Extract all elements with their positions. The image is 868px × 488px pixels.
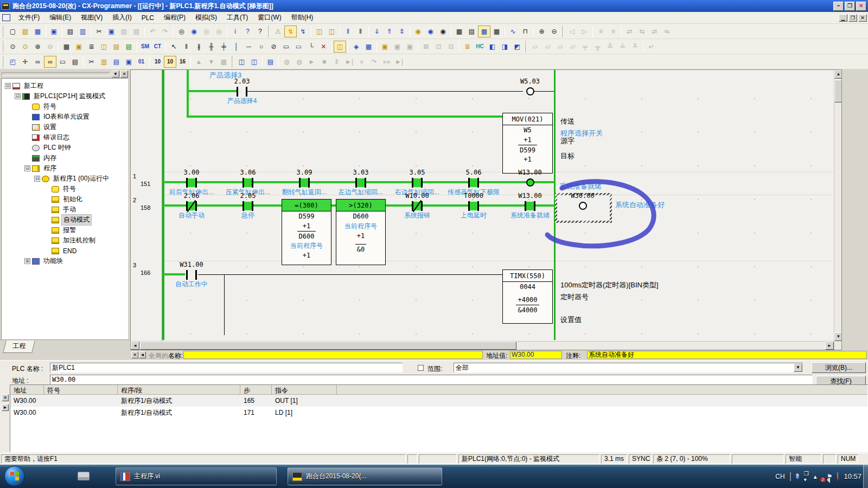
pause-icon[interactable]: ‖	[354, 25, 367, 37]
transfer-from-plc-icon[interactable]: ◫	[326, 25, 338, 37]
sim-comment-icon[interactable]: ▤	[264, 56, 277, 68]
stop-mode-icon[interactable]: ◉	[437, 25, 449, 37]
download-icon[interactable]: ⇓	[371, 25, 383, 37]
plc-name-field[interactable]: 新PLC1	[50, 363, 403, 373]
print-icon[interactable]: ▤	[64, 25, 76, 37]
instruction-greater-than[interactable]: >(320) D600 当前程序号 +1 &0	[336, 199, 386, 265]
sim-play-icon[interactable]: ►	[305, 56, 318, 68]
cross-reference-icon[interactable]: ✂	[85, 56, 98, 68]
tree-close-button[interactable]: ✕	[120, 70, 128, 78]
sim-window2-icon[interactable]: ◫	[248, 56, 260, 68]
rail-5-icon[interactable]: ╨	[629, 41, 641, 53]
go-minus-icon[interactable]: ⊟	[445, 41, 457, 53]
minimize-button[interactable]: –	[833, 2, 844, 11]
compare-4-icon[interactable]: ⇋	[661, 25, 673, 37]
auto-online-icon[interactable]: ↯	[297, 25, 309, 37]
toolbar-grip[interactable]	[525, 41, 527, 53]
tree-item-manual[interactable]: 手动	[2, 204, 127, 215]
findpanel-expand-button[interactable]: ►	[2, 404, 9, 411]
edit-release-icon[interactable]: ▣	[404, 41, 416, 53]
monitor-mode-icon[interactable]: ◉	[424, 25, 437, 37]
instruction-icon[interactable]: ▭	[280, 41, 292, 53]
pou-2-icon[interactable]: ▱	[541, 41, 554, 53]
header-instruction[interactable]: 指令	[272, 385, 337, 394]
tree-item-io-table[interactable]: IO表和单元设置	[2, 112, 127, 122]
save-icon[interactable]: ▦	[31, 25, 44, 37]
tree-item-error-log[interactable]: 错误日志	[2, 132, 127, 143]
online-edit-icon[interactable]: ◈	[350, 41, 362, 53]
upload-icon[interactable]: ⇑	[383, 25, 395, 37]
indent-right-icon[interactable]: ▷	[578, 25, 591, 37]
work-online-icon[interactable]: ↯	[284, 25, 297, 37]
zoom-fit-icon[interactable]: ⊙	[7, 41, 19, 53]
contact-no-icon[interactable]: ‖	[180, 41, 193, 53]
taskbar-button-labview[interactable]: 主程序.vi	[116, 467, 277, 485]
sim-step-icon[interactable]: ►|	[343, 56, 355, 68]
toolbar-grip[interactable]	[2, 41, 4, 53]
align-list-icon[interactable]: ≡	[595, 25, 607, 37]
tree-item-symbols[interactable]: 符号	[2, 101, 127, 112]
contact-3.09[interactable]: 3.09 翻转气缸返回...	[276, 169, 333, 197]
tree-item-auto-mode[interactable]: 自动模式	[2, 215, 127, 225]
binary-monitor-icon[interactable]: 01	[135, 56, 148, 68]
zoom-region-icon[interactable]: ⊙	[19, 41, 31, 53]
copy-icon[interactable]: ▣	[105, 25, 118, 37]
output-window-icon[interactable]: ▭	[56, 56, 69, 68]
zoom-in-icon[interactable]: ⊕	[31, 41, 44, 53]
vertical-line-icon[interactable]: │	[230, 41, 242, 53]
table-row[interactable]: W30.00 新程序1/自动模式 171 LD [1]	[10, 407, 867, 419]
vertical-scrollbar[interactable]	[834, 70, 842, 350]
contact-nc-icon[interactable]: ∦	[193, 41, 205, 53]
help-tray-icon[interactable]: ?	[796, 472, 799, 480]
close-button[interactable]: ✕	[856, 2, 866, 11]
print-preview-icon[interactable]: ▥	[76, 25, 89, 37]
rung-wrap-icon[interactable]: ◫	[98, 41, 110, 53]
scope-checkbox[interactable]	[418, 365, 424, 371]
edit-accept-icon[interactable]: ▣	[379, 41, 391, 53]
tree-item-prog-symbols[interactable]: 符号	[2, 184, 127, 194]
ct-icon[interactable]: CT	[151, 41, 164, 53]
maximize-button[interactable]: ❐	[845, 2, 855, 11]
comment-value-field[interactable]: 系统自动准备好	[587, 351, 867, 359]
ladder-style-icon[interactable]: ▤	[110, 41, 123, 53]
contact-3.03[interactable]: 3.03 左边气缸缩回...	[333, 169, 389, 197]
compare-2-icon[interactable]: ⇆	[636, 25, 648, 37]
tree-item-function-blocks[interactable]: ⊞ 功能块	[2, 256, 127, 266]
input-language-indicator[interactable]: CH	[775, 473, 784, 480]
coil-icon[interactable]: ○	[255, 41, 267, 53]
go-offline-icon[interactable]: ⊠	[420, 41, 432, 53]
replace-icon[interactable]: ◉	[188, 25, 200, 37]
force-reset-icon[interactable]: ⊖	[548, 25, 560, 37]
window-x-icon[interactable]: ◨	[499, 41, 511, 53]
compare-1-icon[interactable]: ⇄	[623, 25, 636, 37]
trace-icon[interactable]: ▩	[218, 56, 230, 68]
sim-ff-icon[interactable]: »»	[380, 56, 393, 68]
instruction-mov[interactable]: MOV(021) W5 +1 D599 +1	[502, 113, 553, 174]
zoom-out-icon[interactable]: ⊖	[44, 41, 56, 53]
mdi-minimize-button[interactable]: ▁	[839, 14, 847, 22]
menu-tools[interactable]: 工具(T)	[222, 11, 253, 24]
compare-3-icon[interactable]: ⇄	[648, 25, 661, 37]
or-contact-no-icon[interactable]: ╫	[205, 41, 218, 53]
tab-project[interactable]: 工程	[3, 341, 35, 353]
open-file-icon[interactable]: ▧	[19, 25, 31, 37]
change-all-icon[interactable]: ◎	[213, 25, 225, 37]
scroll-down-button[interactable]: ▼	[834, 332, 842, 341]
edit-cancel-icon[interactable]: ▣	[391, 41, 404, 53]
rail-2-icon[interactable]: ╦	[591, 41, 604, 53]
toolbar-grip[interactable]	[561, 25, 564, 37]
contact-2.06-nc[interactable]: 2.06 自动手动	[163, 192, 220, 220]
menu-window[interactable]: 窗口(W)	[253, 11, 286, 24]
go-check-icon[interactable]: ⊡	[432, 41, 445, 53]
rail-1-icon[interactable]: ╤	[579, 41, 591, 53]
paste-special-icon[interactable]: ▤	[130, 25, 143, 37]
sma-icon[interactable]: SM	[139, 41, 151, 53]
browse-button[interactable]: 浏览(B)...	[812, 362, 866, 373]
info-icon[interactable]: i	[229, 25, 241, 37]
window-z-icon[interactable]: ◧	[486, 41, 499, 53]
name-value-field[interactable]	[183, 351, 483, 359]
pou-4-icon[interactable]: ▱	[566, 41, 579, 53]
header-symbol[interactable]: 符号	[44, 385, 118, 394]
address-value-field[interactable]: W30.00	[510, 351, 562, 359]
tree-item-plc[interactable]: ⊟ 新PLC1[CP1H] 监视模式	[2, 91, 127, 101]
